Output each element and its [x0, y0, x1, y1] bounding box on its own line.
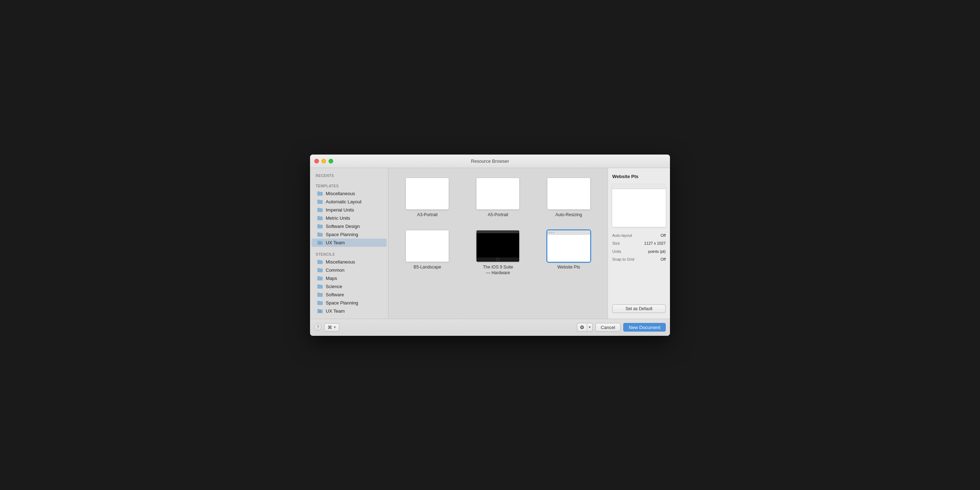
sidebar-item-automatic-layout[interactable]: Automatic Layout: [312, 198, 387, 206]
folder-icon: [317, 259, 323, 264]
sidebar-item-metric-units-label: Metric Units: [326, 216, 350, 221]
main-content: RECENTS TEMPLATES Miscellaneous Automati…: [310, 168, 670, 319]
template-ios9-thumb: [476, 230, 519, 262]
sidebar-item-s-maps[interactable]: Maps: [312, 274, 387, 282]
template-ios9-label: The iOS 9 Suite — Hardware: [483, 265, 513, 276]
template-a3-portrait-thumb: [406, 178, 449, 209]
website-thumb-header: [547, 230, 590, 235]
sidebar-item-s-science[interactable]: Science: [312, 282, 387, 290]
folder-icon: [317, 284, 323, 289]
sidebar-item-miscellaneous[interactable]: Miscellaneous: [312, 189, 387, 198]
folder-icon: [317, 216, 323, 220]
detail-prop-size-value: 1127 x 1027: [644, 240, 666, 246]
folder-icon: [317, 224, 323, 228]
sidebar-item-imperial-units[interactable]: Imperial Units: [312, 206, 387, 214]
detail-preview: [612, 184, 666, 227]
sidebar-item-s-software-label: Software: [326, 292, 344, 297]
help-button[interactable]: ?: [314, 324, 321, 331]
resource-browser-window: Resource Browser RECENTS TEMPLATES Misce…: [310, 155, 670, 336]
detail-preview-header: [612, 184, 666, 189]
sidebar-item-ux-team-templates-label: UX Team: [326, 240, 345, 245]
detail-prop-snap-label: Snap to Grid: [612, 256, 634, 262]
detail-panel: Website Pts Auto-layout Off Size 1127 x …: [608, 168, 670, 319]
sidebar-item-automatic-layout-label: Automatic Layout: [326, 199, 361, 205]
detail-prop-snap: Snap to Grid Off: [612, 256, 666, 262]
sidebar-item-space-planning[interactable]: Space Planning: [312, 230, 387, 239]
ios-home-area: [476, 257, 519, 262]
recents-section-label: RECENTS: [310, 172, 388, 179]
bottom-left-controls: ? ⌘ +: [314, 323, 339, 331]
detail-prop-autolayout: Auto-layout Off: [612, 233, 666, 239]
bottom-right-controls: ⚙ ▼ Cancel New Document: [577, 323, 666, 331]
traffic-lights: [314, 159, 333, 163]
smart-folder-icon: [317, 240, 323, 245]
sidebar-item-s-common[interactable]: Common: [312, 266, 387, 274]
sidebar-item-software-design-label: Software Design: [326, 224, 360, 229]
bottom-bar: ? ⌘ + ⚙ ▼ Cancel New Document: [310, 319, 670, 336]
folder-icon: [317, 276, 323, 281]
maximize-button[interactable]: [329, 159, 333, 163]
ios-screen: [476, 233, 519, 257]
template-auto-resizing-label: Auto-Resizing: [555, 212, 582, 218]
folder-icon: [317, 207, 323, 212]
sidebar-item-s-ux-team-label: UX Team: [326, 308, 345, 314]
add-template-button[interactable]: ⌘ +: [324, 323, 339, 331]
template-b5-landscape-label: B5-Landscape: [414, 265, 441, 270]
sidebar-item-s-miscellaneous-label: Miscellaneous: [326, 259, 355, 265]
wb-dot-1: [549, 232, 550, 233]
folder-icon: [317, 300, 323, 305]
detail-prop-units-label: Units: [612, 249, 621, 255]
template-auto-resizing[interactable]: Auto-Resizing: [537, 175, 600, 221]
templates-section-label: TEMPLATES: [310, 182, 388, 189]
ios-home-button: [496, 258, 500, 262]
detail-title: Website Pts: [612, 174, 666, 179]
stencils-section-label: STENCILS: [310, 251, 388, 258]
sidebar-item-metric-units[interactable]: Metric Units: [312, 214, 387, 222]
camera-icon: ⌘: [328, 325, 332, 330]
template-website-pts-thumb: [547, 230, 590, 262]
add-template-label: +: [334, 325, 336, 330]
close-button[interactable]: [314, 159, 319, 163]
sidebar-item-miscellaneous-label: Miscellaneous: [326, 191, 355, 196]
new-document-button[interactable]: New Document: [623, 323, 666, 331]
dropdown-arrow-button[interactable]: ▼: [587, 323, 593, 331]
cancel-button[interactable]: Cancel: [595, 323, 620, 331]
template-grid: A3-Portrait A5-Portrait Auto-Resizing: [388, 168, 608, 319]
set-default-button[interactable]: Set as Default: [612, 304, 666, 313]
detail-prop-autolayout-value: Off: [661, 233, 666, 239]
template-a3-portrait[interactable]: A3-Portrait: [396, 175, 459, 221]
template-b5-landscape[interactable]: B5-Landscape: [396, 228, 459, 279]
template-a3-portrait-label: A3-Portrait: [417, 212, 437, 218]
detail-prop-units-value: points (pt): [648, 249, 666, 255]
sidebar-item-imperial-units-label: Imperial Units: [326, 207, 354, 212]
website-preview: [547, 230, 590, 262]
sidebar-item-s-software[interactable]: Software: [312, 290, 387, 299]
detail-prop-snap-value: Off: [661, 256, 666, 262]
template-b5-landscape-thumb: [406, 230, 449, 262]
folder-icon: [317, 191, 323, 196]
detail-prop-units: Units points (pt): [612, 249, 666, 255]
template-ios9-suite[interactable]: The iOS 9 Suite — Hardware: [466, 228, 530, 279]
sidebar-item-s-space-planning[interactable]: Space Planning: [312, 299, 387, 307]
folder-icon: [317, 292, 323, 297]
sidebar-item-space-planning-label: Space Planning: [326, 232, 358, 237]
sidebar-item-s-miscellaneous[interactable]: Miscellaneous: [312, 258, 387, 266]
sidebar-item-s-maps-label: Maps: [326, 276, 337, 281]
ios-status-bar: [476, 230, 519, 233]
sidebar-item-s-science-label: Science: [326, 284, 342, 289]
detail-prop-size-label: Size: [612, 240, 620, 246]
template-a5-portrait[interactable]: A5-Portrait: [466, 175, 530, 221]
gear-dropdown: ⚙ ▼: [577, 323, 593, 331]
title-bar: Resource Browser: [310, 155, 670, 168]
minimize-button[interactable]: [321, 159, 326, 163]
sidebar-item-ux-team-templates[interactable]: UX Team: [312, 239, 387, 247]
sidebar-item-software-design[interactable]: Software Design: [312, 222, 387, 230]
template-a5-portrait-label: A5-Portrait: [488, 212, 508, 218]
template-website-pts-label: Website Pts: [557, 265, 580, 270]
folder-icon: [317, 232, 323, 237]
gear-button[interactable]: ⚙: [577, 323, 587, 331]
template-website-pts[interactable]: Website Pts: [537, 228, 600, 279]
sidebar-item-s-ux-team[interactable]: UX Team: [312, 307, 387, 315]
window-title: Resource Browser: [471, 159, 509, 164]
smart-folder-icon: [317, 308, 323, 313]
